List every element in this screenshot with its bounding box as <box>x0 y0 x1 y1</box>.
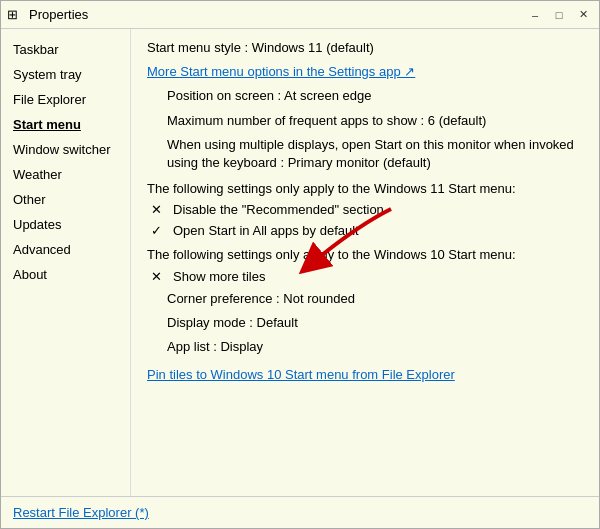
pin-tiles-link: Pin tiles to Windows 10 Start menu from … <box>147 366 583 384</box>
show-more-tiles-label: Show more tiles <box>173 269 265 284</box>
main-content: Start menu style : Windows 11 (default) … <box>131 29 599 400</box>
sidebar-item-system-tray[interactable]: System tray <box>1 62 130 87</box>
settings-app-link[interactable]: More Start menu options in the Settings … <box>147 63 583 81</box>
minimize-button[interactable]: – <box>525 6 545 24</box>
open-all-apps-check: ✓ <box>151 223 169 238</box>
display-mode: Display mode : Default <box>147 314 583 332</box>
sidebar-item-file-explorer[interactable]: File Explorer <box>1 87 130 112</box>
window-body: Taskbar System tray File Explorer Start … <box>1 29 599 496</box>
title-bar-left: ⊞ Properties <box>7 7 88 23</box>
show-more-tiles-row[interactable]: ✕ Show more tiles <box>147 269 583 284</box>
close-button[interactable]: ✕ <box>573 6 593 24</box>
title-bar: ⊞ Properties – □ ✕ <box>1 1 599 29</box>
win10-section-header: The following settings only apply to the… <box>147 246 583 264</box>
sidebar-item-weather[interactable]: Weather <box>1 162 130 187</box>
show-more-tiles-check: ✕ <box>151 269 169 284</box>
window-icon: ⊞ <box>7 7 23 23</box>
sidebar-item-updates[interactable]: Updates <box>1 212 130 237</box>
sidebar: Taskbar System tray File Explorer Start … <box>1 29 131 496</box>
main-area: Start menu style : Windows 11 (default) … <box>131 29 599 496</box>
disable-recommended-row[interactable]: ✕ Disable the "Recommended" section <box>147 202 583 217</box>
maximize-button[interactable]: □ <box>549 6 569 24</box>
open-all-apps-label: Open Start in All apps by default <box>173 223 359 238</box>
sidebar-item-window-switcher[interactable]: Window switcher <box>1 137 130 162</box>
win11-section-header: The following settings only apply to the… <box>147 180 583 198</box>
app-list: App list : Display <box>147 338 583 356</box>
properties-window: ⊞ Properties – □ ✕ Taskbar System tray F… <box>0 0 600 529</box>
sidebar-item-about[interactable]: About <box>1 262 130 287</box>
title-bar-buttons: – □ ✕ <box>525 6 593 24</box>
bottom-bar: Restart File Explorer (*) <box>1 496 599 528</box>
open-all-apps-row[interactable]: ✓ Open Start in All apps by default <box>147 223 583 238</box>
pin-tiles-anchor[interactable]: Pin tiles to Windows 10 Start menu from … <box>147 367 455 382</box>
sidebar-item-taskbar[interactable]: Taskbar <box>1 37 130 62</box>
frequent-apps-count: Maximum number of frequent apps to show … <box>147 112 583 130</box>
position-on-screen: Position on screen : At screen edge <box>147 87 583 105</box>
sidebar-item-other[interactable]: Other <box>1 187 130 212</box>
sidebar-item-start-menu[interactable]: Start menu <box>1 112 130 137</box>
corner-preference: Corner preference : Not rounded <box>147 290 583 308</box>
sidebar-item-advanced[interactable]: Advanced <box>1 237 130 262</box>
disable-recommended-check: ✕ <box>151 202 169 217</box>
disable-recommended-label: Disable the "Recommended" section <box>173 202 384 217</box>
window-title: Properties <box>29 7 88 22</box>
restart-file-explorer-link[interactable]: Restart File Explorer (*) <box>13 505 149 520</box>
multi-display-setting: When using multiple displays, open Start… <box>147 136 583 172</box>
start-menu-style: Start menu style : Windows 11 (default) <box>147 39 583 57</box>
